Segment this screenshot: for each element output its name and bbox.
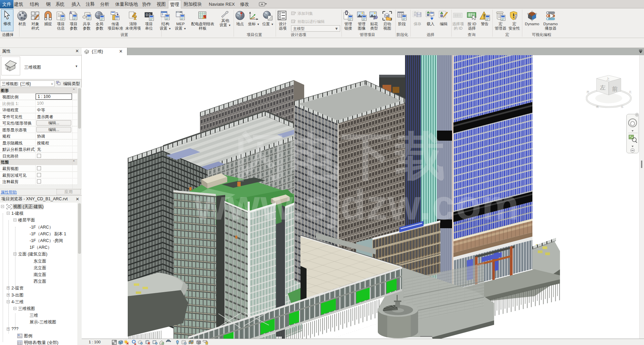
svg-text:闪电下载: 闪电下载 (235, 127, 448, 184)
svg-text:www.sjdzw.com: www.sjdzw.com (194, 182, 520, 228)
svg-text:南: 南 (596, 105, 599, 108)
svg-text:前: 前 (612, 86, 618, 92)
svg-text:北: 北 (629, 91, 632, 94)
svg-text:MEP: MEP (177, 11, 180, 13)
svg-text:5: 5 (162, 13, 163, 16)
svg-text:左: 左 (600, 84, 606, 91)
svg-text:上: 上 (606, 77, 610, 81)
svg-text:西: 西 (587, 91, 589, 94)
svg-text:东: 东 (621, 105, 623, 108)
